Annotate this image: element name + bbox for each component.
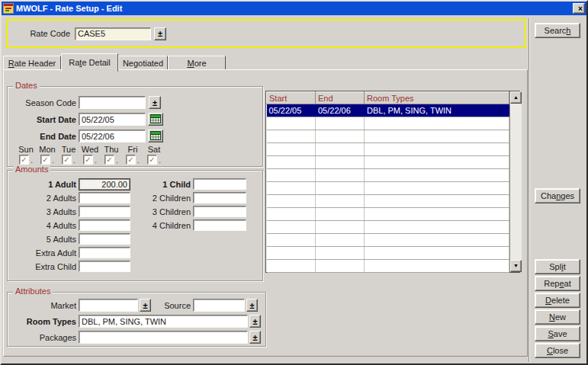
grid-empty-row[interactable]: [267, 182, 509, 195]
amounts-legend: Amounts: [13, 165, 50, 174]
adult-5-input[interactable]: [79, 233, 130, 245]
grid-empty-row[interactable]: [267, 260, 509, 273]
repeat-button[interactable]: Repeat: [535, 276, 580, 291]
children-2-input[interactable]: [193, 192, 246, 203]
season-code-input[interactable]: [79, 96, 146, 109]
end-date-input[interactable]: [79, 130, 146, 142]
end-date-calendar-icon[interactable]: [148, 130, 163, 142]
room-types-label: Room Types: [8, 317, 76, 326]
window-title: MWOLF - Rate Setup - Edit: [16, 4, 573, 13]
children-2-label: 2 Children: [122, 194, 191, 203]
day-mon-checkbox[interactable]: ✓: [40, 155, 50, 165]
grid-empty-row[interactable]: [267, 130, 509, 143]
scrollbar-track[interactable]: [510, 104, 522, 260]
search-button[interactable]: Search: [535, 23, 580, 38]
season-code-label: Season Code: [8, 98, 76, 107]
new-button[interactable]: New: [535, 309, 580, 325]
market-label: Market: [8, 301, 76, 310]
source-lov-icon[interactable]: ±: [246, 299, 258, 312]
rate-code-lov-icon[interactable]: ±: [154, 27, 166, 40]
save-button[interactable]: Save: [535, 326, 580, 341]
child-1-label: 1 Child: [122, 180, 191, 189]
children-3-label: 3 Children: [122, 207, 191, 216]
market-input[interactable]: [79, 299, 138, 312]
adult-3-label: 3 Adults: [8, 207, 76, 216]
tab-rate-detail[interactable]: Rate Detail: [61, 53, 118, 72]
weekday-checkboxes: ✓. ✓. ✓. ✓. ✓. ✓. ✓.: [15, 155, 165, 165]
market-lov-icon[interactable]: ±: [140, 299, 151, 312]
extra-adult-input[interactable]: [79, 247, 130, 258]
child-1-input[interactable]: [193, 178, 246, 190]
day-thu-checkbox[interactable]: ✓: [104, 155, 114, 165]
start-date-input[interactable]: [79, 113, 146, 126]
grid-empty-row[interactable]: [267, 117, 509, 130]
rate-setup-window: MWOLF - Rate Setup - Edit × Rate Code ± …: [0, 0, 588, 365]
rate-detail-grid: Start End Room Types 05/22/05 05/22/06 D…: [265, 91, 520, 273]
grid-empty-row[interactable]: [267, 143, 509, 156]
delete-button[interactable]: Delete: [535, 293, 580, 308]
grid-row-selected[interactable]: 05/22/05 05/22/06 DBL, PM, SING, TWIN: [267, 104, 509, 117]
app-icon: [3, 3, 14, 14]
source-label: Source: [156, 301, 191, 310]
split-button[interactable]: Split: [535, 259, 580, 274]
source-input[interactable]: [193, 299, 245, 312]
grid-empty-row[interactable]: [267, 234, 509, 247]
children-4-input[interactable]: [193, 219, 246, 231]
start-date-label: Start Date: [8, 115, 76, 124]
extra-adult-label: Extra Adult: [8, 248, 76, 258]
tab-negotiated[interactable]: Negotiated: [118, 56, 168, 71]
packages-lov-icon[interactable]: ±: [249, 331, 261, 344]
day-tue-checkbox[interactable]: ✓: [62, 155, 72, 165]
tab-rate-header[interactable]: Rate Header: [3, 56, 61, 71]
title-bar: MWOLF - Rate Setup - Edit ×: [2, 2, 586, 15]
extra-child-label: Extra Child: [8, 262, 76, 271]
end-date-label: End Date: [8, 132, 76, 141]
grid-scrollbar[interactable]: ▲ ▼: [509, 91, 522, 272]
rate-code-input[interactable]: [75, 27, 151, 40]
dates-group: Dates Season Code ± Start Date End Date …: [7, 86, 263, 167]
grid-col-end: End: [316, 92, 365, 104]
children-3-input[interactable]: [193, 206, 246, 217]
changes-button[interactable]: Changes: [535, 188, 580, 203]
close-icon[interactable]: ×: [573, 3, 585, 14]
scroll-down-icon[interactable]: ▼: [510, 260, 522, 272]
adult-2-label: 2 Adults: [8, 194, 76, 203]
grid-empty-row[interactable]: [267, 195, 509, 208]
adult-5-label: 5 Adults: [8, 235, 76, 244]
room-types-input[interactable]: [79, 315, 248, 328]
rate-detail-panel: Dates Season Code ± Start Date End Date …: [3, 69, 528, 357]
children-4-label: 4 Children: [122, 221, 191, 230]
day-sat-checkbox[interactable]: ✓: [147, 155, 157, 165]
attributes-legend: Attributes: [13, 287, 53, 296]
attributes-group: Attributes Market ± Source ± Room Types …: [7, 292, 266, 347]
tab-more[interactable]: More: [168, 56, 226, 71]
grid-empty-row[interactable]: [267, 156, 509, 169]
day-fri-checkbox[interactable]: ✓: [126, 155, 136, 165]
grid-empty-row[interactable]: [267, 169, 509, 182]
adult-1-label: 1 Adult: [8, 180, 76, 189]
close-button[interactable]: Close: [535, 343, 580, 358]
amounts-group: Amounts 1 Adult 2 Adults 3 Adults 4 Adul…: [7, 170, 263, 281]
rate-code-panel: Rate Code ±: [6, 19, 526, 48]
start-date-calendar-icon[interactable]: [148, 113, 163, 126]
day-wed-checkbox[interactable]: ✓: [83, 155, 93, 165]
extra-child-input[interactable]: [79, 261, 130, 272]
adult-4-label: 4 Adults: [8, 221, 76, 230]
weekday-labels: SunMonTueWedThuFriSat: [15, 145, 165, 154]
grid-col-room-types: Room Types: [365, 92, 509, 104]
day-sun-checkbox[interactable]: ✓: [19, 155, 29, 165]
scroll-up-icon[interactable]: ▲: [510, 91, 522, 104]
grid-empty-row[interactable]: [267, 221, 509, 234]
side-button-panel: Search Changes Split Repeat Delete New S…: [529, 18, 586, 362]
grid-header-row: Start End Room Types: [267, 92, 509, 104]
room-types-lov-icon[interactable]: ±: [249, 315, 261, 328]
season-code-lov-icon[interactable]: ±: [149, 96, 161, 109]
dates-legend: Dates: [13, 81, 40, 90]
grid-empty-row[interactable]: [267, 247, 509, 260]
grid-col-start: Start: [267, 92, 316, 104]
packages-input[interactable]: [79, 331, 248, 344]
packages-label: Packages: [8, 333, 76, 342]
rate-code-label: Rate Code: [8, 29, 70, 38]
grid-empty-row[interactable]: [267, 208, 509, 221]
